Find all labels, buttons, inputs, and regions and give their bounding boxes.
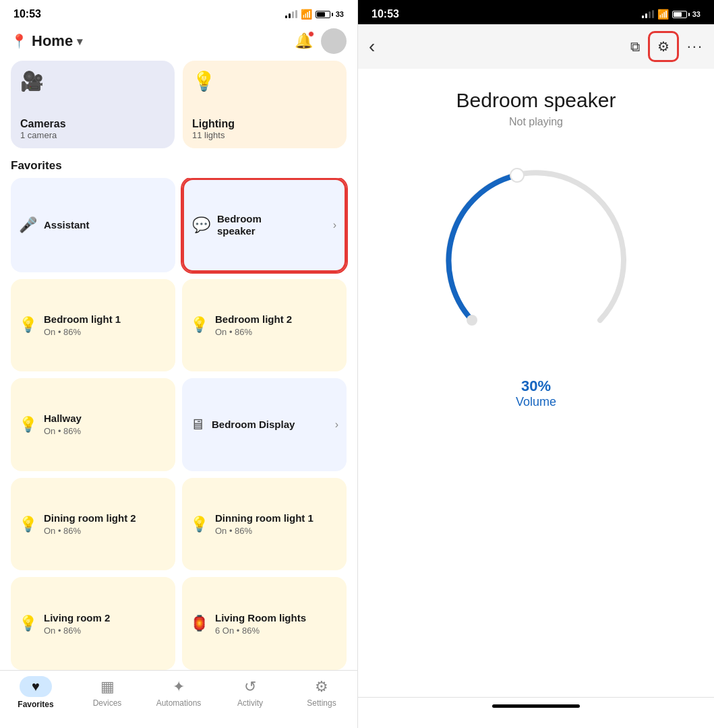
automations-icon: ✦ [173,678,185,696]
nav-automations-label: Automations [156,698,202,708]
living-room-2-text: Living room 2 On • 86% [44,612,167,636]
nav-settings[interactable]: ⚙ Settings [286,678,357,708]
user-avatar[interactable] [321,28,347,54]
nav-favorites[interactable]: ♥ Favorites [0,676,71,709]
bedroom-display-name: Bedroom Display [212,419,338,431]
bedroom-light-1-name: Bedroom light 1 [44,313,167,326]
lighting-card-sub: 11 lights [192,130,337,140]
hallway-text: Hallway On • 86% [44,413,167,436]
favorite-bedroom-light-1[interactable]: 💡 Bedroom light 1 On • 86% [11,279,175,372]
volume-text: Volume [516,395,556,409]
living-room-lights-icon: 🏮 [190,615,208,632]
living-room-2-icon: 💡 [19,615,37,632]
left-time: 10:53 [13,8,41,20]
favorite-bedroom-light-2[interactable]: 💡 Bedroom light 2 On • 86% [182,279,347,372]
right-time: 10:53 [371,8,399,20]
volume-dial[interactable] [435,155,637,357]
favorite-hallway[interactable]: 💡 Hallway On • 86% [11,378,175,471]
volume-percent: 30% [516,377,556,395]
assistant-icon: 🎤 [19,216,37,234]
assistant-name: Assistant [44,219,167,231]
signal-icon [285,10,297,18]
bedroom-light-1-status: On • 86% [44,327,167,337]
nav-activity-label: Activity [237,698,263,708]
dining-light-2-status: On • 86% [44,526,167,536]
section-title: Favorites [0,158,357,178]
bedroom-display-chevron: › [335,419,338,431]
dinning-light-1-text: Dinning room light 1 On • 86% [215,512,338,536]
hallway-icon: 💡 [19,416,37,433]
bedroom-light-2-status: On • 86% [215,327,338,337]
nav-settings-label: Settings [307,698,336,708]
nav-automations[interactable]: ✦ Automations [143,678,214,708]
wifi-icon: 📶 [301,9,312,20]
favorite-dinning-room-light-1[interactable]: 💡 Dinning room light 1 On • 86% [182,478,347,571]
nav-devices-label: Devices [93,698,122,708]
right-battery-icon: 33 [672,10,701,18]
left-status-bar: 10:53 📶 33 [0,0,357,24]
filter-icon[interactable]: ⧉ [630,39,640,55]
lighting-card[interactable]: 💡 Lighting 11 lights [183,61,347,148]
hallway-name: Hallway [44,413,167,425]
favorite-living-room-2[interactable]: 💡 Living room 2 On • 86% [11,577,175,670]
left-status-icons: 📶 33 [285,9,344,20]
bedroom-display-text: Bedroom Display [212,419,338,431]
home-indicator [492,704,580,708]
bedroom-light-1-icon: 💡 [19,316,37,334]
living-room-lights-status: 6 On • 86% [215,626,338,636]
nav-favorites-label: Favorites [18,700,53,709]
gear-icon: ⚙ [657,38,670,55]
devices-icon: ▦ [100,678,115,696]
right-status-icons: 📶 33 [642,9,701,20]
notification-bell[interactable]: 🔔 [295,32,313,50]
bedroom-speaker-name: Bedroomspeaker [217,213,336,237]
speaker-status: Not playing [509,116,563,128]
nav-devices[interactable]: ▦ Devices [71,678,143,708]
camera-icon: 🎥 [20,70,165,92]
battery-icon: 33 [316,10,344,18]
left-panel: 10:53 📶 33 📍 Home ▾ 🔔 [0,0,357,728]
right-header-actions: ⧉ ⚙ ··· [630,31,703,62]
device-cards: 🎥 Cameras 1 camera 💡 Lighting 11 lights [0,61,357,158]
svg-point-1 [510,169,524,182]
cameras-card[interactable]: 🎥 Cameras 1 camera [11,61,175,148]
dining-light-2-icon: 💡 [19,516,37,533]
dinning-light-1-name: Dinning room light 1 [215,512,338,524]
favorite-assistant[interactable]: 🎤 Assistant [11,178,175,272]
right-header: ‹ ⧉ ⚙ ··· [358,24,714,69]
speaker-title: Bedroom speaker [456,89,616,112]
dining-light-2-text: Dining room light 2 On • 86% [44,512,167,536]
settings-nav-icon: ⚙ [315,678,328,696]
living-room-2-status: On • 86% [44,626,167,636]
favorite-bedroom-speaker[interactable]: 💬 Bedroomspeaker › [182,178,347,272]
bedroom-light-2-text: Bedroom light 2 On • 86% [215,313,338,337]
left-header: 📍 Home ▾ 🔔 [0,24,357,61]
more-button[interactable]: ··· [687,38,703,55]
favorites-grid: 🎤 Assistant 💬 Bedroomspeaker › 💡 Bedroom… [0,178,357,670]
volume-dial-svg [435,155,637,357]
home-selector[interactable]: 📍 Home ▾ [11,32,82,50]
settings-button[interactable]: ⚙ [648,31,679,62]
right-wifi-icon: 📶 [657,9,669,20]
favorite-living-room-lights[interactable]: 🏮 Living Room lights 6 On • 86% [182,577,347,670]
assistant-card-text: Assistant [44,219,167,231]
favorites-icon: ♥ [32,679,40,694]
cameras-card-name: Cameras [20,118,165,130]
back-button[interactable]: ‹ [369,36,375,57]
favorite-bedroom-display[interactable]: 🖥 Bedroom Display › [182,378,347,471]
living-room-lights-text: Living Room lights 6 On • 86% [215,612,338,636]
living-room-lights-name: Living Room lights [215,612,338,624]
bedroom-light-2-icon: 💡 [190,316,208,334]
activity-icon: ↺ [244,678,256,696]
bedroom-speaker-text: Bedroomspeaker [217,213,336,237]
right-signal-icon [642,10,654,18]
favorite-dining-room-light-2[interactable]: 💡 Dining room light 2 On • 86% [11,478,175,571]
nav-activity[interactable]: ↺ Activity [214,678,286,708]
dinning-light-1-icon: 💡 [190,516,208,533]
chevron-down-icon: ▾ [77,35,82,48]
living-room-2-name: Living room 2 [44,612,167,624]
location-icon: 📍 [11,33,28,49]
dining-light-2-name: Dining room light 2 [44,512,167,524]
nav-favorites-bg: ♥ [20,676,52,697]
right-bottom-bar [358,697,714,728]
